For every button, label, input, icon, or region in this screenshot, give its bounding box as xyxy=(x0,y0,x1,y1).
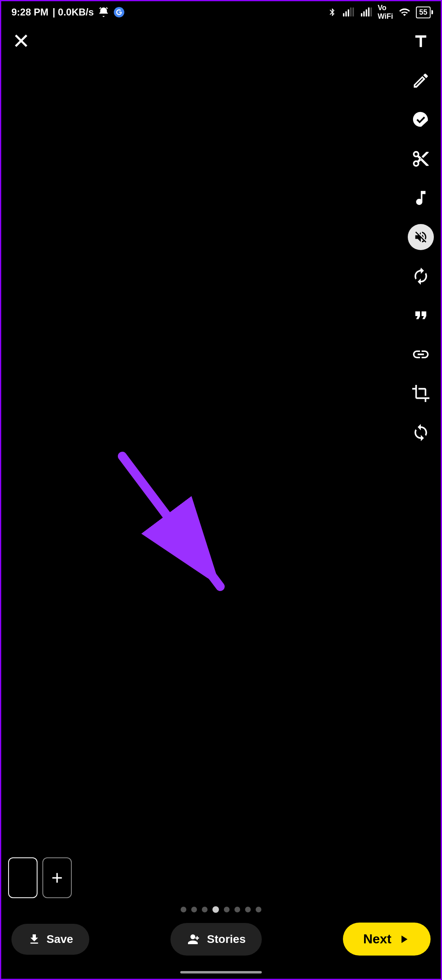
loop-tool-button[interactable] xyxy=(408,420,434,446)
draw-tool-button[interactable] xyxy=(408,68,434,94)
arrow-annotation xyxy=(82,448,245,603)
next-icon xyxy=(397,933,410,946)
scissors-tool-button[interactable] xyxy=(408,146,434,172)
svg-line-12 xyxy=(122,456,220,587)
dot-1 xyxy=(191,907,197,912)
close-button[interactable]: ✕ xyxy=(12,31,30,52)
vowifi-label: VoWiFi xyxy=(378,4,393,21)
dot-3 xyxy=(212,906,219,913)
dot-5 xyxy=(234,907,240,912)
wifi-icon xyxy=(398,7,411,18)
screen-border xyxy=(0,0,442,980)
dot-4 xyxy=(224,907,230,912)
stories-button[interactable]: Stories xyxy=(170,923,262,956)
dot-2 xyxy=(202,907,208,912)
svg-rect-4 xyxy=(350,7,352,16)
svg-rect-10 xyxy=(371,7,372,16)
g-icon xyxy=(113,7,125,18)
svg-rect-2 xyxy=(345,11,347,17)
svg-rect-3 xyxy=(348,9,349,17)
status-left: 9:28 PM | 0.0KB/s xyxy=(11,7,125,18)
mute-tool-button[interactable] xyxy=(408,224,434,250)
bluetooth-icon xyxy=(328,7,337,18)
battery-indicator: 55 xyxy=(416,7,431,18)
svg-rect-5 xyxy=(353,7,354,16)
status-time: 9:28 PM xyxy=(11,7,49,18)
save-icon xyxy=(28,933,41,946)
svg-rect-9 xyxy=(368,7,370,16)
dot-7 xyxy=(256,907,261,912)
add-slide-icon: + xyxy=(51,868,63,888)
status-bar: 9:28 PM | 0.0KB/s VoWiFi 55 xyxy=(0,0,442,24)
text-tool-button[interactable] xyxy=(408,29,434,55)
slide-thumbnail[interactable] xyxy=(8,857,38,898)
stories-icon xyxy=(187,932,201,947)
quote-tool-button[interactable] xyxy=(408,302,434,328)
svg-rect-6 xyxy=(361,13,362,16)
svg-rect-7 xyxy=(363,11,365,17)
crop-tool-button[interactable] xyxy=(408,380,434,407)
slide-strip: + xyxy=(0,857,442,906)
stories-label: Stories xyxy=(207,933,246,946)
dot-0 xyxy=(181,907,186,912)
ai-edit-tool-button[interactable] xyxy=(408,263,434,289)
dot-6 xyxy=(245,907,251,912)
svg-rect-8 xyxy=(366,9,367,17)
music-tool-button[interactable] xyxy=(408,185,434,211)
dots-indicator xyxy=(0,906,442,913)
next-label: Next xyxy=(363,932,391,947)
svg-point-13 xyxy=(190,934,195,939)
status-data: | 0.0KB/s xyxy=(53,7,94,18)
alarm-icon xyxy=(98,7,109,18)
link-tool-button[interactable] xyxy=(408,341,434,367)
signal2-icon xyxy=(360,7,373,18)
bottom-area: + Save Stories Next xyxy=(0,857,442,980)
save-button[interactable]: Save xyxy=(11,924,89,955)
next-button[interactable]: Next xyxy=(343,923,431,956)
save-label: Save xyxy=(46,933,73,946)
right-toolbar xyxy=(408,29,434,446)
signal1-icon xyxy=(342,7,355,18)
sticker-tool-button[interactable] xyxy=(408,107,434,133)
add-slide-button[interactable]: + xyxy=(42,857,72,898)
svg-rect-1 xyxy=(343,13,345,16)
status-right: VoWiFi 55 xyxy=(328,4,431,21)
action-row: Save Stories Next xyxy=(0,923,442,956)
